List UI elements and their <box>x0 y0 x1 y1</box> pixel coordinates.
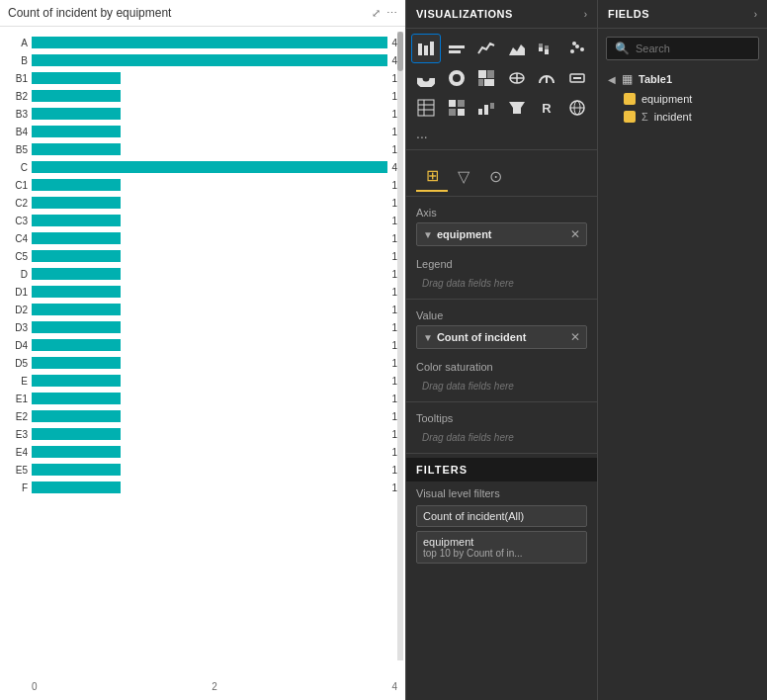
bar-fill[interactable] <box>32 126 121 137</box>
bar-fill[interactable] <box>32 393 121 404</box>
bar-fill[interactable] <box>32 464 121 476</box>
svg-rect-1 <box>424 45 428 55</box>
viz-icon-map[interactable] <box>503 64 531 92</box>
viz-icon-r[interactable]: R <box>533 94 560 122</box>
svg-rect-35 <box>484 105 488 115</box>
viz-icon-globe[interactable] <box>563 94 591 122</box>
bar-label: B3 <box>8 109 32 120</box>
bar-track <box>32 232 387 244</box>
bar-track <box>32 126 387 137</box>
bar-fill[interactable] <box>32 428 121 440</box>
viz-icon-scatter[interactable] <box>563 35 591 62</box>
bar-label: D3 <box>8 322 32 333</box>
bar-fill[interactable] <box>32 108 121 120</box>
legend-label: Legend <box>416 258 587 270</box>
bar-row: D1 <box>8 266 397 282</box>
bar-fill[interactable] <box>32 481 121 493</box>
fields-search-box[interactable]: 🔍 <box>606 37 759 60</box>
search-icon: 🔍 <box>615 42 630 55</box>
bar-label: B <box>8 55 32 66</box>
viz-icon-donut[interactable] <box>443 64 470 92</box>
bar-fill[interactable] <box>32 197 121 209</box>
bar-fill[interactable] <box>32 339 121 351</box>
tab-analytics[interactable]: ⊙ <box>479 160 511 192</box>
bar-fill[interactable] <box>32 304 121 315</box>
expand-icon[interactable]: ⤢ <box>372 7 381 20</box>
bar-label: F <box>8 482 32 493</box>
incident-checkbox[interactable] <box>624 111 636 123</box>
viz-icon-gauge[interactable] <box>533 64 560 92</box>
bar-fill[interactable] <box>32 357 121 369</box>
viz-icon-area[interactable] <box>503 35 531 62</box>
viz-icon-bar[interactable] <box>412 35 440 62</box>
viz-icon-stacked[interactable] <box>533 35 560 62</box>
axis-field-remove[interactable]: ✕ <box>570 227 580 241</box>
value-field-remove[interactable]: ✕ <box>570 330 580 344</box>
bar-track <box>32 54 387 66</box>
bar-fill[interactable] <box>32 286 121 298</box>
value-label: Value <box>416 309 587 321</box>
tab-fields[interactable]: ⊞ <box>416 160 448 192</box>
viz-header-arrow[interactable]: › <box>584 9 587 20</box>
bar-fill[interactable] <box>32 90 121 102</box>
bar-row: E21 <box>8 408 397 424</box>
bar-fill[interactable] <box>32 321 121 333</box>
bar-row: F1 <box>8 480 397 495</box>
value-field-box[interactable]: ▼ Count of incident ✕ <box>416 325 587 349</box>
filter-chip-equipment[interactable]: equipment top 10 by Count of in... <box>416 531 587 564</box>
svg-rect-0 <box>418 44 422 55</box>
bar-label: B5 <box>8 144 32 155</box>
bar-track <box>32 250 387 262</box>
viz-icon-pie[interactable] <box>412 64 440 92</box>
bar-fill[interactable] <box>32 250 121 262</box>
viz-icon-bar2[interactable] <box>443 35 470 62</box>
equipment-checkbox[interactable] <box>624 93 636 105</box>
search-input[interactable] <box>636 43 750 54</box>
bar-label: D <box>8 269 32 280</box>
axis-field-box[interactable]: ▼ equipment ✕ <box>416 222 587 246</box>
bar-fill[interactable] <box>32 72 121 84</box>
svg-point-13 <box>572 42 576 45</box>
bar-fill[interactable] <box>32 54 387 66</box>
more-icon[interactable]: ⋯ <box>386 7 397 20</box>
viz-more-button[interactable]: ... <box>406 122 597 145</box>
bar-row: A4 <box>8 35 397 50</box>
bar-fill[interactable] <box>32 179 121 191</box>
viz-icon-matrix[interactable] <box>443 94 470 122</box>
viz-icon-funnel[interactable] <box>503 94 531 122</box>
fields-arrow[interactable]: › <box>754 9 757 20</box>
bar-label: E2 <box>8 411 32 422</box>
svg-rect-32 <box>449 109 456 116</box>
chart-scrollbar[interactable] <box>397 32 403 660</box>
filters-title: FILTERS <box>416 464 468 476</box>
bar-fill[interactable] <box>32 268 121 280</box>
legend-divider <box>406 299 597 300</box>
tooltips-section: Tooltips Drag data fields here <box>406 406 597 449</box>
chart-scrollbar-thumb[interactable] <box>397 32 403 71</box>
viz-icon-table[interactable] <box>412 94 440 122</box>
field-equipment[interactable]: equipment <box>598 90 767 108</box>
filter-chip-count[interactable]: Count of incident(All) <box>416 505 587 527</box>
bar-fill[interactable] <box>32 215 121 226</box>
svg-marker-37 <box>509 102 525 114</box>
viz-icon-waterfall[interactable] <box>472 94 500 122</box>
svg-rect-8 <box>545 49 549 54</box>
bar-fill[interactable] <box>32 143 121 155</box>
equipment-name: equipment <box>641 93 692 105</box>
tab-format[interactable]: ▽ <box>448 160 479 192</box>
bar-fill[interactable] <box>32 410 121 422</box>
viz-icon-treemap[interactable] <box>472 64 500 92</box>
viz-icon-card[interactable] <box>563 64 591 92</box>
bar-track <box>32 375 387 387</box>
bar-fill[interactable] <box>32 161 387 173</box>
bar-fill[interactable] <box>32 446 121 458</box>
field-incident[interactable]: Σ incident <box>598 108 767 126</box>
bar-row: D31 <box>8 319 397 335</box>
bar-row: E41 <box>8 444 397 460</box>
bar-fill[interactable] <box>32 375 121 387</box>
table1-item[interactable]: ◀ ▦ Table1 <box>598 68 767 90</box>
viz-icon-line[interactable] <box>472 35 500 62</box>
bar-fill[interactable] <box>32 232 121 244</box>
bar-row: C21 <box>8 195 397 211</box>
bar-fill[interactable] <box>32 37 387 48</box>
